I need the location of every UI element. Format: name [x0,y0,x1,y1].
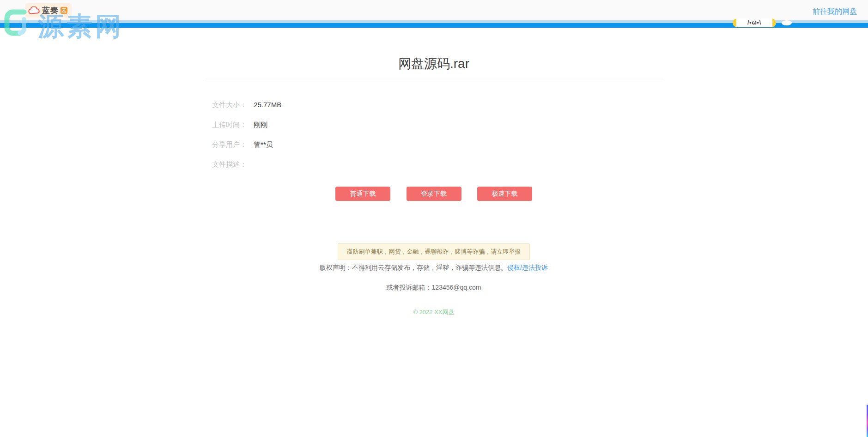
logo-badge: 云 [61,7,67,14]
copyright-text: 版权声明：不得利用云存储发布，存储，淫秽，诈骗等违法信息。 [320,264,507,271]
file-size-row: 文件大小： 25.77MB [212,100,281,109]
fast-download-button[interactable]: 极速下载 [477,187,532,201]
file-size-value: 25.77MB [254,101,281,109]
complaint-email-line: 或者投诉邮箱：123456@qq.com [205,284,662,292]
share-user-label: 分享用户： [212,140,252,149]
upload-time-value: 刚刚 [254,121,267,128]
file-desc-label: 文件描述： [212,160,252,169]
cat-face-image: /•ω•\ [733,18,776,27]
normal-download-button[interactable]: 普通下载 [335,187,390,201]
login-download-button[interactable]: 登录下载 [407,187,461,201]
file-desc-row: 文件描述： [212,160,252,169]
file-size-label: 文件大小： [212,100,252,109]
footer-copyright: © 2022 XX网盘 [205,308,662,316]
main-content: 网盘源码.rar 文件大小： 25.77MB 上传时间： 刚刚 分享用户： 管*… [205,0,662,437]
goto-my-drive-link[interactable]: 前往我的网盘 [813,7,857,17]
scam-warning-row: 谨防刷单兼职，网贷，金融，裸聊敲诈，赌博等诈骗，请立即举报 [205,243,662,260]
cloud-icon [28,6,40,14]
upload-time-row: 上传时间： 刚刚 [212,120,267,129]
cat-emoticon: /•ω•\ [733,18,792,27]
share-user-value: 管**员 [254,140,273,148]
title-divider [205,81,662,81]
white-dot-decor [782,20,792,25]
upload-time-label: 上传时间： [212,120,252,129]
share-user-row: 分享用户： 管**员 [212,140,273,149]
download-buttons-row: 普通下载 登录下载 极速下载 [205,187,662,201]
header-bar [0,0,868,20]
file-title: 网盘源码.rar [205,55,662,73]
logo-brand-text: 蓝奏 [42,5,59,16]
site-logo[interactable]: 蓝奏 云 [25,3,72,18]
copyright-line: 版权声明：不得利用云存储发布，存储，淫秽，诈骗等违法信息。侵权/违法投诉 [205,264,662,272]
scam-warning-box: 谨防刷单兼职，网贷，金融，裸聊敲诈，赌博等诈骗，请立即举报 [338,243,530,260]
report-abuse-link[interactable]: 侵权/违法投诉 [507,264,548,271]
